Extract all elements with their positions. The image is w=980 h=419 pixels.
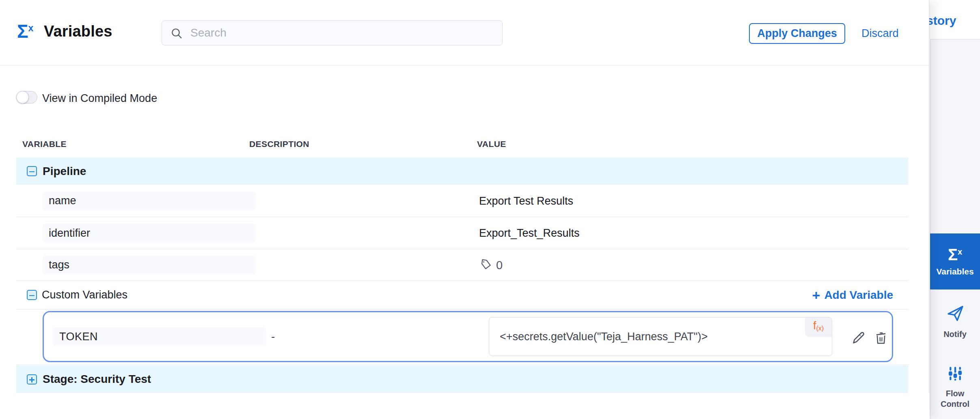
- tags-value: 0: [479, 258, 503, 272]
- variable-value: Export_Test_Results: [479, 227, 580, 240]
- panel-header: Σx Variables Apply Changes Discard: [0, 0, 929, 65]
- variable-name: tags: [49, 259, 69, 271]
- studio-right-toolbar: [930, 39, 980, 419]
- collapse-minus-icon[interactable]: [27, 166, 37, 176]
- column-header-description: DESCRIPTION: [249, 139, 309, 149]
- tag-icon: [479, 259, 492, 272]
- section-pipeline: Pipeline: [16, 158, 908, 185]
- table-row: name Export Test Results: [16, 185, 908, 217]
- history-link-clipped[interactable]: story: [926, 14, 956, 28]
- variable-value: Export Test Results: [479, 194, 573, 207]
- sliders-icon: [946, 365, 964, 384]
- custom-variable-row-selected[interactable]: TOKEN - <+secrets.getValue("Teja_Harness…: [43, 311, 893, 362]
- section-stage-security-test: Stage: Security Test: [16, 365, 908, 393]
- section-label: Stage: Security Test: [43, 373, 151, 386]
- search-icon: [170, 27, 183, 40]
- variable-value-input[interactable]: <+secrets.getValue("Teja_Harness_PAT")> …: [489, 317, 832, 356]
- sidebar-item-label: Flow Control: [937, 388, 974, 409]
- section-custom-variables: Custom Variables + Add Variable: [16, 281, 908, 309]
- sidebar-item-notify[interactable]: Notify: [930, 304, 980, 339]
- plus-icon: +: [812, 288, 820, 302]
- table-row: identifier Export_Test_Results: [16, 217, 908, 249]
- paper-plane-icon: [945, 304, 965, 325]
- sidebar-item-label: Notify: [943, 329, 967, 339]
- variable-name-chip: TOKEN: [53, 327, 266, 346]
- section-label: Pipeline: [43, 165, 86, 178]
- add-variable-button[interactable]: + Add Variable: [812, 288, 893, 302]
- variable-name: TOKEN: [59, 330, 98, 343]
- column-header-value: VALUE: [477, 139, 506, 149]
- variable-description: -: [271, 330, 275, 343]
- expression-value: <+secrets.getValue("Teja_Harness_PAT")>: [500, 317, 708, 356]
- column-header-variable: VARIABLE: [22, 139, 67, 149]
- panel-bottom-space: [0, 393, 929, 419]
- trash-icon: [873, 330, 889, 346]
- variable-name-chip: name: [43, 192, 255, 210]
- collapse-minus-icon[interactable]: [27, 290, 37, 300]
- custom-variable-row-zone: TOKEN - <+secrets.getValue("Teja_Harness…: [16, 309, 908, 365]
- sidebar-item-flow-control[interactable]: Flow Control: [930, 365, 980, 409]
- table-row: tags 0: [16, 249, 908, 281]
- sigma-x-icon: Σx: [948, 246, 962, 263]
- sigma-x-icon: Σx: [17, 22, 33, 41]
- apply-changes-button[interactable]: Apply Changes: [749, 23, 845, 44]
- screen: story Σx Variables Notify Flow Control Σ…: [0, 0, 980, 419]
- delete-variable-button[interactable]: [872, 329, 890, 347]
- fx-expression-badge[interactable]: f(x): [805, 317, 832, 337]
- variable-name: identifier: [49, 227, 90, 240]
- expand-plus-icon[interactable]: [27, 374, 37, 384]
- toggle-knob: [16, 91, 29, 104]
- search-input[interactable]: [190, 21, 494, 45]
- compiled-mode-toggle[interactable]: [16, 91, 37, 104]
- section-label: Custom Variables: [42, 289, 127, 301]
- sidebar-item-variables[interactable]: Σx Variables: [930, 233, 980, 289]
- variables-panel: Σx Variables Apply Changes Discard View …: [0, 0, 929, 419]
- pencil-icon: [850, 330, 867, 346]
- search-box: [162, 20, 503, 45]
- page-title: Variables: [44, 23, 112, 40]
- tags-count: 0: [496, 258, 503, 272]
- discard-button[interactable]: Discard: [861, 27, 899, 40]
- sidebar-item-label: Variables: [936, 267, 974, 276]
- compiled-mode-label: View in Compiled Mode: [42, 92, 157, 105]
- variable-name: name: [49, 194, 76, 207]
- variable-name-chip: identifier: [43, 224, 255, 242]
- edit-variable-button[interactable]: [850, 329, 868, 347]
- variable-name-chip: tags: [43, 256, 255, 274]
